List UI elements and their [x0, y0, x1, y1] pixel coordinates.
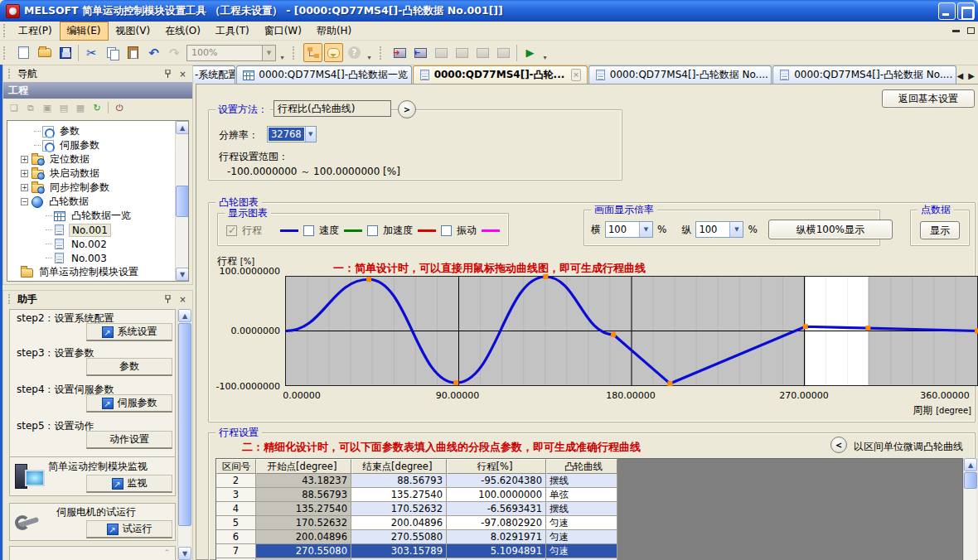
- expand-plus-icon[interactable]: +: [21, 184, 28, 191]
- expand-plus-icon[interactable]: +: [21, 156, 28, 163]
- help-button[interactable]: ?: [345, 43, 364, 62]
- verify-button-2[interactable]: [453, 43, 472, 62]
- tab-cam-data-list[interactable]: 0000:QD77MS4[]-凸轮数据一览: [236, 65, 411, 84]
- test-run-button[interactable]: ↗试运行: [86, 520, 172, 538]
- assistant-toggle-button[interactable]: [324, 43, 343, 62]
- scrollbar-thumb[interactable]: [178, 323, 191, 526]
- verify-button-3[interactable]: [473, 43, 492, 62]
- table-row[interactable]: 388.56793135.27540100.0000000单弦: [216, 488, 962, 502]
- zoom-select[interactable]: 100% ▼: [186, 45, 276, 61]
- toolbar-overflow-2[interactable]: ▾: [365, 43, 374, 63]
- table-row[interactable]: 243.1823788.56793-95.6204380摆线: [216, 474, 962, 488]
- scrollbar-thumb[interactable]: [176, 186, 189, 217]
- pin-icon[interactable]: [162, 68, 174, 80]
- tab-close-icon[interactable]: ×: [571, 69, 581, 81]
- dropdown-arrow-icon[interactable]: ▼: [639, 222, 652, 237]
- horizontal-zoom-select[interactable]: 100▼: [605, 221, 653, 238]
- assistant-scrollbar[interactable]: ▲ ▼: [177, 309, 191, 560]
- sort-icon[interactable]: ▤: [56, 101, 71, 115]
- servo-parameter-button[interactable]: ↗伺服参数: [86, 394, 172, 413]
- menu-window[interactable]: 窗口(W): [257, 22, 309, 41]
- minimize-button[interactable]: [938, 2, 956, 20]
- tab-scroll-left-icon[interactable]: ◀: [957, 71, 964, 80]
- fine-tune-button[interactable]: ＜: [830, 437, 847, 453]
- paste-item-icon[interactable]: ▣: [40, 101, 55, 115]
- dropdown-arrow-icon[interactable]: ▼: [305, 127, 316, 142]
- tree-item-cam-no-002[interactable]: No.002: [9, 237, 174, 251]
- scroll-up-icon[interactable]: ▲: [178, 309, 191, 322]
- info-icon[interactable]: ▦: [73, 101, 88, 115]
- tree-item-cam-no-001[interactable]: No.001: [9, 223, 174, 237]
- collapse-chevron-icon[interactable]: ⌃: [163, 548, 170, 557]
- tree-item-cam-no-003[interactable]: No.003: [9, 251, 174, 265]
- tree-item-sync-control-parameter[interactable]: +同步控制参数: [9, 181, 174, 195]
- monitor-button[interactable]: ↗监视: [86, 475, 172, 493]
- back-to-basic-setting-button[interactable]: 返回基本设置: [882, 89, 975, 108]
- speed-checkbox[interactable]: [303, 225, 314, 236]
- tree-item-cam-data[interactable]: −凸轮数据: [9, 195, 174, 209]
- vibration-checkbox[interactable]: [441, 225, 452, 236]
- table-row-selected[interactable]: 7270.55080303.157895.1094891匀速: [216, 544, 962, 558]
- tab-system-config[interactable]: -系统配置: [193, 65, 235, 84]
- paste-button[interactable]: [123, 43, 143, 62]
- new-button[interactable]: [14, 43, 33, 62]
- expand-method-button[interactable]: ＞: [398, 100, 416, 118]
- write-to-module-button[interactable]: [390, 43, 409, 62]
- maximize-button[interactable]: [957, 2, 975, 20]
- table-row[interactable]: 4135.27540170.52632-6.5693431摆线: [216, 502, 962, 516]
- collapse-minus-icon[interactable]: −: [21, 198, 28, 205]
- acceleration-checkbox[interactable]: [367, 225, 378, 236]
- tab-scroll-right-icon[interactable]: ▶: [968, 71, 975, 80]
- table-row[interactable]: 6200.04896270.550808.0291971匀速: [216, 530, 962, 544]
- refresh-icon[interactable]: ↻: [90, 101, 104, 115]
- mdi-minimize-button[interactable]: [952, 30, 960, 32]
- copy-button[interactable]: [103, 43, 122, 62]
- full-scale-display-button[interactable]: 纵横100%显示: [768, 220, 893, 239]
- mdi-restore-button[interactable]: [967, 27, 975, 34]
- verify-button-1[interactable]: [432, 43, 451, 62]
- tree-item-simple-motion-setting[interactable]: 简单运动控制模块设置: [9, 265, 174, 279]
- scroll-up-icon[interactable]: ▲: [176, 121, 189, 134]
- menu-project[interactable]: 工程(P): [11, 22, 60, 41]
- menu-help[interactable]: 帮助(H): [309, 22, 359, 41]
- tree-item-positioning-data[interactable]: +定位数据: [9, 152, 174, 167]
- toolbar-overflow-3[interactable]: ▾: [540, 43, 550, 63]
- pin-icon[interactable]: [162, 293, 174, 305]
- tree-item-block-start-data[interactable]: +块启动数据: [9, 167, 174, 181]
- read-from-module-button[interactable]: [411, 43, 430, 62]
- tree-item-parameter[interactable]: 参数: [9, 124, 174, 138]
- close-icon[interactable]: ×: [177, 293, 189, 305]
- scroll-up-icon[interactable]: ▲: [964, 458, 977, 471]
- resolution-select[interactable]: 32768 ▼: [267, 126, 317, 142]
- menu-tool[interactable]: 工具(T): [208, 22, 257, 41]
- dropdown-arrow-icon[interactable]: ▼: [729, 222, 743, 237]
- menu-online[interactable]: 在线(O): [157, 22, 208, 41]
- scrollbar-thumb[interactable]: [964, 472, 977, 489]
- menu-edit[interactable]: 编辑(E): [60, 22, 109, 41]
- operation-setting-button[interactable]: 动作设置: [86, 431, 172, 449]
- tree-item-cam-data-list[interactable]: 凸轮数据一览: [9, 209, 174, 223]
- cam-curve-plot[interactable]: [285, 276, 978, 386]
- monitor-start-button[interactable]: ▶: [520, 43, 540, 62]
- navigation-toggle-button[interactable]: [303, 43, 322, 62]
- new-item-icon[interactable]: ❏: [7, 101, 22, 115]
- menu-view[interactable]: 视图(V): [109, 22, 158, 41]
- undo-button[interactable]: ↶: [144, 43, 163, 62]
- vertical-zoom-select[interactable]: 100▼: [695, 221, 743, 238]
- stroke-table-scrollbar[interactable]: ▲ ▼: [963, 458, 976, 560]
- system-setting-button[interactable]: ↗系统设置: [86, 323, 172, 341]
- exit-project-icon[interactable]: ⏻: [112, 101, 127, 115]
- redo-button[interactable]: ↷: [165, 43, 184, 62]
- open-button[interactable]: [35, 43, 54, 62]
- scroll-down-icon[interactable]: ▼: [176, 268, 189, 281]
- table-row[interactable]: 5170.52632200.04896-97.0802920匀速: [216, 516, 962, 530]
- stroke-checkbox[interactable]: [226, 225, 237, 236]
- tab-cam-data-no2[interactable]: 0000:QD77MS4[]-凸轮数据 No....: [772, 65, 956, 84]
- tab-cam-data-active[interactable]: 0000:QD77MS4[]-凸轮...×: [413, 65, 588, 84]
- parameter-button[interactable]: 参数: [86, 358, 172, 376]
- tree-item-servo-parameter[interactable]: 伺服参数: [9, 138, 174, 152]
- expand-plus-icon[interactable]: +: [21, 170, 28, 177]
- tab-cam-data-no1[interactable]: 0000:QD77MS4[]-凸轮数据 No....: [588, 65, 772, 84]
- project-tree-scrollbar[interactable]: ▲ ▼: [175, 121, 188, 281]
- scroll-down-icon[interactable]: ▼: [178, 547, 191, 560]
